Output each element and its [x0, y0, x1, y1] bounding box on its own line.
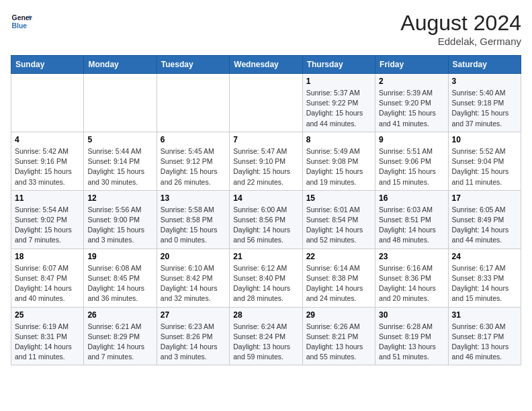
day-info: Sunrise: 6:00 AMSunset: 8:56 PMDaylight:… [233, 205, 298, 246]
day-number: 25 [15, 310, 80, 320]
day-number: 2 [379, 77, 444, 86]
day-number: 6 [161, 135, 226, 144]
day-number: 27 [161, 310, 226, 320]
day-number: 30 [379, 310, 444, 320]
calendar-cell [84, 74, 157, 132]
calendar-cell: 19Sunrise: 6:08 AMSunset: 8:45 PMDayligh… [84, 248, 157, 307]
month-year: August 2024 [400, 11, 521, 36]
calendar-cell: 26Sunrise: 6:21 AMSunset: 8:29 PMDayligh… [84, 307, 157, 365]
day-number: 11 [15, 193, 80, 203]
calendar-week-row: 11Sunrise: 5:54 AMSunset: 9:02 PMDayligh… [11, 190, 521, 248]
calendar-cell: 22Sunrise: 6:14 AMSunset: 8:38 PMDayligh… [302, 248, 375, 307]
day-info: Sunrise: 5:54 AMSunset: 9:02 PMDaylight:… [15, 205, 80, 246]
calendar-cell: 25Sunrise: 6:19 AMSunset: 8:31 PMDayligh… [11, 307, 84, 365]
calendar-cell: 7Sunrise: 5:47 AMSunset: 9:10 PMDaylight… [230, 132, 302, 190]
day-number: 1 [306, 77, 371, 86]
day-info: Sunrise: 6:21 AMSunset: 8:29 PMDaylight:… [87, 322, 152, 363]
day-number: 29 [306, 310, 371, 320]
svg-text:Blue: Blue [12, 22, 28, 30]
calendar-cell: 5Sunrise: 5:44 AMSunset: 9:14 PMDaylight… [84, 132, 157, 190]
day-number: 3 [452, 77, 517, 86]
calendar-week-row: 18Sunrise: 6:07 AMSunset: 8:47 PMDayligh… [11, 248, 521, 307]
day-number: 10 [452, 135, 517, 144]
weekday-header-monday: Monday [84, 56, 157, 74]
day-info: Sunrise: 5:37 AMSunset: 9:22 PMDaylight:… [306, 88, 371, 129]
calendar-cell [157, 74, 229, 132]
calendar-cell: 17Sunrise: 6:05 AMSunset: 8:49 PMDayligh… [448, 190, 521, 248]
calendar-cell: 12Sunrise: 5:56 AMSunset: 9:00 PMDayligh… [84, 190, 157, 248]
day-number: 9 [379, 135, 444, 144]
page-header: General Blue August 2024 Eddelak, German… [11, 11, 521, 47]
day-info: Sunrise: 6:14 AMSunset: 8:38 PMDaylight:… [306, 263, 371, 304]
calendar-cell: 30Sunrise: 6:28 AMSunset: 8:19 PMDayligh… [375, 307, 448, 365]
day-info: Sunrise: 5:42 AMSunset: 9:16 PMDaylight:… [15, 146, 80, 187]
day-number: 24 [452, 252, 517, 261]
title-block: August 2024 Eddelak, Germany [400, 11, 521, 47]
calendar-cell: 29Sunrise: 6:26 AMSunset: 8:21 PMDayligh… [302, 307, 375, 365]
day-info: Sunrise: 5:58 AMSunset: 8:58 PMDaylight:… [161, 205, 226, 246]
day-info: Sunrise: 6:07 AMSunset: 8:47 PMDaylight:… [15, 263, 80, 304]
calendar-cell: 6Sunrise: 5:45 AMSunset: 9:12 PMDaylight… [157, 132, 229, 190]
day-info: Sunrise: 5:49 AMSunset: 9:08 PMDaylight:… [306, 146, 371, 187]
calendar-cell: 24Sunrise: 6:17 AMSunset: 8:33 PMDayligh… [448, 248, 521, 307]
day-info: Sunrise: 6:28 AMSunset: 8:19 PMDaylight:… [379, 322, 444, 363]
day-info: Sunrise: 6:30 AMSunset: 8:17 PMDaylight:… [452, 322, 517, 363]
weekday-header-saturday: Saturday [448, 56, 521, 74]
day-info: Sunrise: 6:26 AMSunset: 8:21 PMDaylight:… [306, 322, 371, 363]
location: Eddelak, Germany [400, 36, 521, 47]
calendar-cell: 23Sunrise: 6:16 AMSunset: 8:36 PMDayligh… [375, 248, 448, 307]
weekday-header-friday: Friday [375, 56, 448, 74]
day-number: 28 [233, 310, 298, 320]
day-number: 18 [15, 252, 80, 261]
calendar-cell: 16Sunrise: 6:03 AMSunset: 8:51 PMDayligh… [375, 190, 448, 248]
calendar-cell: 8Sunrise: 5:49 AMSunset: 9:08 PMDaylight… [302, 132, 375, 190]
day-number: 26 [87, 310, 152, 320]
day-number: 16 [379, 193, 444, 203]
calendar-cell [11, 74, 84, 132]
calendar-cell: 18Sunrise: 6:07 AMSunset: 8:47 PMDayligh… [11, 248, 84, 307]
day-info: Sunrise: 6:01 AMSunset: 8:54 PMDaylight:… [306, 205, 371, 246]
calendar-cell: 14Sunrise: 6:00 AMSunset: 8:56 PMDayligh… [230, 190, 302, 248]
calendar-cell: 28Sunrise: 6:24 AMSunset: 8:24 PMDayligh… [230, 307, 302, 365]
day-info: Sunrise: 5:51 AMSunset: 9:06 PMDaylight:… [379, 146, 444, 187]
weekday-header-row: SundayMondayTuesdayWednesdayThursdayFrid… [11, 56, 521, 74]
weekday-header-tuesday: Tuesday [157, 56, 229, 74]
calendar-cell: 31Sunrise: 6:30 AMSunset: 8:17 PMDayligh… [448, 307, 521, 365]
day-info: Sunrise: 6:19 AMSunset: 8:31 PMDaylight:… [15, 322, 80, 363]
day-number: 31 [452, 310, 517, 320]
day-number: 14 [233, 193, 298, 203]
day-info: Sunrise: 5:40 AMSunset: 9:18 PMDaylight:… [452, 88, 517, 129]
calendar-cell: 20Sunrise: 6:10 AMSunset: 8:42 PMDayligh… [157, 248, 229, 307]
calendar-week-row: 25Sunrise: 6:19 AMSunset: 8:31 PMDayligh… [11, 307, 521, 365]
day-number: 13 [161, 193, 226, 203]
day-info: Sunrise: 6:12 AMSunset: 8:40 PMDaylight:… [233, 263, 298, 304]
weekday-header-wednesday: Wednesday [230, 56, 302, 74]
calendar-week-row: 4Sunrise: 5:42 AMSunset: 9:16 PMDaylight… [11, 132, 521, 190]
calendar-cell: 2Sunrise: 5:39 AMSunset: 9:20 PMDaylight… [375, 74, 448, 132]
day-number: 17 [452, 193, 517, 203]
day-info: Sunrise: 6:23 AMSunset: 8:26 PMDaylight:… [161, 322, 226, 363]
day-info: Sunrise: 5:47 AMSunset: 9:10 PMDaylight:… [233, 146, 298, 187]
day-number: 5 [87, 135, 152, 144]
calendar-body: 1Sunrise: 5:37 AMSunset: 9:22 PMDaylight… [11, 74, 521, 365]
day-info: Sunrise: 5:45 AMSunset: 9:12 PMDaylight:… [161, 146, 226, 187]
day-info: Sunrise: 6:24 AMSunset: 8:24 PMDaylight:… [233, 322, 298, 363]
day-number: 19 [87, 252, 152, 261]
day-info: Sunrise: 5:56 AMSunset: 9:00 PMDaylight:… [87, 205, 152, 246]
calendar-cell: 11Sunrise: 5:54 AMSunset: 9:02 PMDayligh… [11, 190, 84, 248]
day-number: 20 [161, 252, 226, 261]
calendar-cell: 4Sunrise: 5:42 AMSunset: 9:16 PMDaylight… [11, 132, 84, 190]
calendar-cell: 15Sunrise: 6:01 AMSunset: 8:54 PMDayligh… [302, 190, 375, 248]
day-number: 12 [87, 193, 152, 203]
calendar-table: SundayMondayTuesdayWednesdayThursdayFrid… [11, 55, 521, 365]
day-info: Sunrise: 6:05 AMSunset: 8:49 PMDaylight:… [452, 205, 517, 246]
calendar-cell: 27Sunrise: 6:23 AMSunset: 8:26 PMDayligh… [157, 307, 229, 365]
day-info: Sunrise: 6:16 AMSunset: 8:36 PMDaylight:… [379, 263, 444, 304]
day-info: Sunrise: 5:52 AMSunset: 9:04 PMDaylight:… [452, 146, 517, 187]
day-info: Sunrise: 6:08 AMSunset: 8:45 PMDaylight:… [87, 263, 152, 304]
day-info: Sunrise: 5:44 AMSunset: 9:14 PMDaylight:… [87, 146, 152, 187]
calendar-cell: 3Sunrise: 5:40 AMSunset: 9:18 PMDaylight… [448, 74, 521, 132]
day-number: 7 [233, 135, 298, 144]
calendar-cell: 13Sunrise: 5:58 AMSunset: 8:58 PMDayligh… [157, 190, 229, 248]
calendar-cell: 9Sunrise: 5:51 AMSunset: 9:06 PMDaylight… [375, 132, 448, 190]
